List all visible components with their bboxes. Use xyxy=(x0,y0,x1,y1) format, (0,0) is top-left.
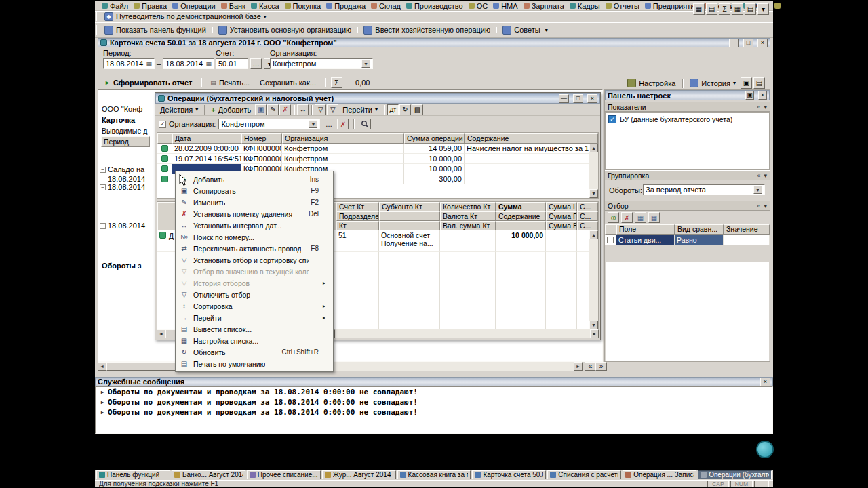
sum-icon[interactable]: Σ xyxy=(331,77,342,88)
menu-item[interactable]: Продажа xyxy=(323,1,368,10)
context-menu-item[interactable]: ▦ Настройка списка... ▸ xyxy=(177,335,332,346)
context-menu-item[interactable]: ▽ Отключить отбор ▸ xyxy=(177,289,332,300)
collapse-icon[interactable]: − xyxy=(100,184,106,190)
menu-item[interactable]: Кадры xyxy=(567,1,603,10)
operation-date[interactable]: 19.07.2014 16:54:51 xyxy=(172,154,241,164)
settings-button[interactable]: Настройка xyxy=(624,78,679,88)
operations-window-titlebar[interactable]: Операции (бухгалтерский и налоговый учет… xyxy=(155,93,600,104)
col-header[interactable]: Валюта Кт xyxy=(440,211,496,221)
context-menu-item[interactable]: ↔ Установить интервал дат... ▸ xyxy=(177,220,332,231)
context-menu-item[interactable]: ↕ Сортировка ▸ xyxy=(177,300,332,312)
toggle-posting-icon[interactable]: Дт xyxy=(387,104,399,115)
goto-menu-button[interactable]: Перейти ▾ xyxy=(339,105,381,115)
context-menu-item[interactable]: ✎ Изменить F2 ▸ xyxy=(177,197,332,208)
messages-titlebar[interactable]: Служебные сообщения × xyxy=(95,377,773,386)
help-icon[interactable]: ▤ xyxy=(753,77,765,89)
resize-grip[interactable] xyxy=(754,481,769,487)
report-hscrollbar[interactable]: ◄ ► xyxy=(98,362,583,371)
filter-col-compare[interactable]: Вид сравн... xyxy=(675,224,724,235)
menu-item[interactable]: НМА xyxy=(490,1,520,10)
grid-vscrollbar[interactable]: ▲ ▼ xyxy=(589,230,598,329)
operation-number[interactable]: КФП000000... xyxy=(241,154,282,164)
service-message[interactable]: ▸ Обороты по документам и проводкам за 1… xyxy=(96,407,772,418)
col-header[interactable] xyxy=(379,221,440,230)
operation-sum[interactable]: 300,00 xyxy=(404,174,465,184)
operation-org[interactable]: Конфетпром xyxy=(282,154,404,164)
scroll-up-icon[interactable]: ▲ xyxy=(589,144,598,152)
help-icon[interactable]: ▤ xyxy=(745,3,756,15)
posting-account-kt[interactable]: 51 xyxy=(336,230,379,252)
guide-button[interactable]: ◆ Путеводитель по демонстрационной базе … xyxy=(101,12,270,22)
filter-settings-icon[interactable]: ▦ xyxy=(648,212,660,223)
actions-menu-button[interactable]: Действия ▾ xyxy=(157,105,201,115)
chevron-down-icon[interactable]: ▾ xyxy=(764,104,767,110)
service-message[interactable]: ▸ Обороты по документам и проводкам за 1… xyxy=(96,397,772,407)
scroll-down-icon[interactable]: ▼ xyxy=(589,189,598,198)
printer-icon[interactable]: ▤ xyxy=(412,104,423,115)
toolbar-button[interactable]: Ввести хозяйственную операцию xyxy=(360,25,494,35)
operation-content[interactable] xyxy=(465,154,598,164)
taskbar-item[interactable]: Карточка счета 50.01... xyxy=(472,470,546,479)
menu-item[interactable]: Отчеты xyxy=(603,1,642,10)
col-header[interactable]: Кт xyxy=(336,221,379,230)
context-menu-item[interactable]: → Перейти ▸ xyxy=(177,312,332,323)
toolbar-button[interactable]: Советы xyxy=(499,25,543,35)
list-column-header[interactable]: Содержание xyxy=(465,133,598,144)
posting-subconto-kt[interactable]: Основной счет Получение на... xyxy=(379,230,440,252)
add-button[interactable]: + Добавить xyxy=(208,105,254,115)
scroll-left-icon[interactable]: ◄ xyxy=(157,329,165,338)
operation-sum[interactable]: 10 000,00 xyxy=(404,164,465,174)
context-menu-item[interactable]: № Поиск по номеру... ▸ xyxy=(177,231,332,243)
menu-item[interactable]: Банк xyxy=(218,1,248,10)
pin-icon[interactable]: ▣ xyxy=(741,77,752,89)
col-header[interactable]: С... xyxy=(577,202,598,211)
scroll-right-icon[interactable]: ► xyxy=(574,362,583,371)
operation-sum[interactable]: 10 000,00 xyxy=(404,154,465,164)
calculator-icon[interactable]: ▤ xyxy=(706,3,717,15)
scroll-left-icon[interactable]: ◄ xyxy=(98,362,106,371)
col-header[interactable]: Сумма xyxy=(496,202,546,211)
menu-item[interactable]: Правка xyxy=(131,1,170,10)
operation-content[interactable] xyxy=(465,164,598,174)
filter-compare-cell[interactable]: Равно xyxy=(675,235,724,245)
generate-report-button[interactable]: ► Сформировать отчет xyxy=(101,78,195,87)
checkbox-unchecked-icon[interactable] xyxy=(607,237,614,243)
copy-filter-icon[interactable]: ▦ xyxy=(635,212,646,223)
context-menu-item[interactable]: + Добавить Ins ▸ xyxy=(177,174,332,185)
context-menu-item[interactable]: ⇄ Переключить активность проводок F8 ▸ xyxy=(177,243,332,254)
save-as-button[interactable]: Сохранить как... xyxy=(256,78,319,87)
col-header[interactable]: Субконто Кт xyxy=(379,202,440,211)
menu-item[interactable]: Покупка xyxy=(282,1,324,10)
posting-sum[interactable]: 10 000,00 xyxy=(496,230,546,252)
page-next-icon[interactable]: » xyxy=(595,362,607,371)
context-menu-item[interactable]: ▤ Вывести список... ▸ xyxy=(177,323,332,335)
list-vscrollbar[interactable]: ▲ ▼ xyxy=(589,144,598,198)
col-header[interactable]: Вал. сумма Кт xyxy=(440,221,496,230)
taskbar-item[interactable]: Панель функций xyxy=(96,470,170,479)
close-button[interactable]: × xyxy=(757,39,768,47)
chevron-down-icon[interactable]: ▾ xyxy=(753,186,762,194)
collapse-all-icon[interactable]: « xyxy=(757,104,760,110)
collapse-all-icon[interactable]: « xyxy=(757,172,760,179)
operation-org[interactable]: Конфетпром xyxy=(282,144,404,154)
edit-icon[interactable]: ✎ xyxy=(267,104,279,115)
menu-item[interactable]: ОС xyxy=(466,1,491,10)
menu-item[interactable]: Зарплата xyxy=(521,1,567,10)
menu-item[interactable]: Склад xyxy=(368,1,403,10)
taskbar-item[interactable]: Кассовая книга за п... xyxy=(397,470,471,479)
grouping-section-header[interactable]: Группировка « ▾ xyxy=(605,170,770,180)
account-field[interactable]: 50.01 xyxy=(216,58,248,69)
date-interval-icon[interactable]: ↔ xyxy=(297,104,309,115)
checkbox-checked-icon[interactable]: ✓ xyxy=(608,115,616,123)
calendar-icon[interactable]: ▦ xyxy=(693,3,705,15)
filter-off-icon[interactable]: ▽ xyxy=(327,104,338,115)
menu-item[interactable]: Справка xyxy=(772,1,814,10)
filter-col-value[interactable]: Значение xyxy=(724,224,770,235)
chevron-down-icon[interactable]: ▾ xyxy=(361,60,370,68)
windows-icon[interactable]: ▦ xyxy=(732,3,743,15)
list-column-header[interactable]: Сумма операции xyxy=(404,133,465,144)
date-to-field[interactable]: 18.08.2014 ▦ xyxy=(163,58,214,69)
col-header[interactable]: Содержание xyxy=(496,211,546,221)
col-header[interactable]: Количество Кт xyxy=(440,202,496,211)
scroll-right-icon[interactable]: ► xyxy=(590,329,599,338)
